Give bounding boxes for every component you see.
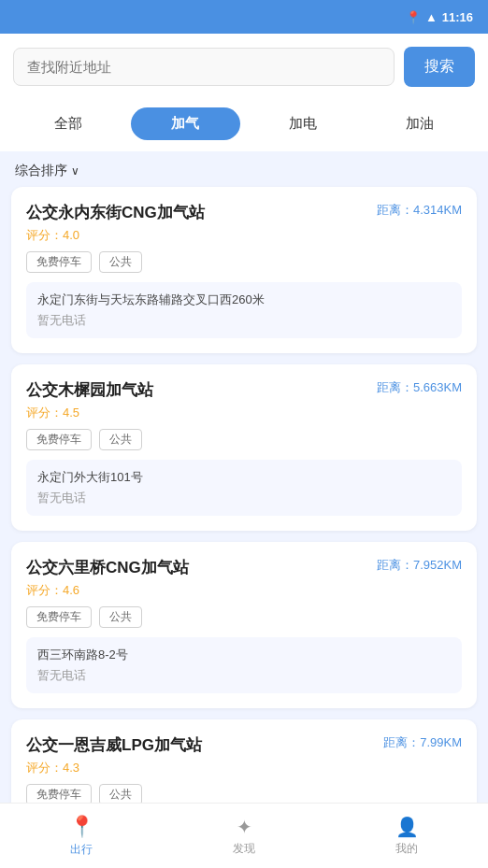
station-rating-2: 评分：4.5 [26,405,462,421]
nav-discover[interactable]: ✦ 发现 [163,804,325,868]
tag-free-parking-2: 免费停车 [26,429,92,450]
station-distance-2: 距离：5.663KM [377,379,462,396]
station-distance-3: 距离：7.952KM [377,557,462,574]
station-distance-4: 距离：7.99KM [383,734,462,751]
nav-profile-label: 我的 [395,841,418,857]
location-icon: 📍 [406,10,421,24]
search-button[interactable]: 搜索 [404,47,475,87]
travel-icon: 📍 [69,815,94,839]
station-tags-1: 免费停车 公共 [26,251,462,273]
nav-travel[interactable]: 📍 出行 [0,804,163,868]
bottom-nav: 📍 出行 ✦ 发现 👤 我的 [0,803,488,868]
station-tags-3: 免费停车 公共 [26,606,462,628]
station-phone-3: 暂无电话 [37,667,451,684]
status-bar: 📍 ▲ 11:16 [0,0,488,34]
nav-travel-label: 出行 [70,842,93,858]
station-phone-2: 暂无电话 [37,490,451,506]
sort-label: 综合排序 [15,163,67,179]
tag-public-2: 公共 [99,429,142,450]
tab-electric[interactable]: 加电 [248,107,358,140]
discover-icon: ✦ [237,816,252,838]
station-name-3: 公交六里桥CNG加气站 [26,557,369,578]
station-name-2: 公交木樨园加气站 [26,379,369,401]
tag-free-parking-1: 免费停车 [26,251,92,273]
status-icons: 📍 ▲ 11:16 [406,10,473,24]
station-info-1: 永定门东街与天坛东路辅路交叉口西260米 暂无电话 [26,282,462,338]
search-input[interactable] [13,48,395,86]
tab-gas[interactable]: 加气 [131,107,241,140]
sort-row[interactable]: 综合排序 ∨ [0,151,488,187]
station-name-1: 公交永内东街CNG加气站 [26,202,369,223]
station-phone-1: 暂无电话 [37,312,451,329]
chevron-down-icon: ∨ [71,164,79,178]
station-list: 公交永内东街CNG加气站 距离：4.314KM 评分：4.0 免费停车 公共 永… [0,187,488,868]
time-display: 11:16 [442,10,473,24]
tag-public-3: 公共 [99,606,142,628]
station-info-3: 西三环南路8-2号 暂无电话 [26,637,462,693]
tab-oil[interactable]: 加油 [366,107,476,140]
station-card-3[interactable]: 公交六里桥CNG加气站 距离：7.952KM 评分：4.6 免费停车 公共 西三… [11,542,477,708]
station-distance-1: 距离：4.314KM [377,202,462,219]
station-address-2: 永定门外大街101号 [37,469,451,486]
tag-free-parking-3: 免费停车 [26,606,92,628]
station-header-2: 公交木樨园加气站 距离：5.663KM [26,379,462,401]
station-tags-2: 免费停车 公共 [26,429,462,450]
tag-public-1: 公共 [99,251,142,273]
station-rating-1: 评分：4.0 [26,227,462,244]
station-card-2[interactable]: 公交木樨园加气站 距离：5.663KM 评分：4.5 免费停车 公共 永定门外大… [11,364,477,531]
station-address-3: 西三环南路8-2号 [37,647,451,663]
nav-profile[interactable]: 👤 我的 [325,804,488,868]
station-card-1[interactable]: 公交永内东街CNG加气站 距离：4.314KM 评分：4.0 免费停车 公共 永… [11,187,477,353]
station-info-2: 永定门外大街101号 暂无电话 [26,460,462,516]
search-bar: 搜索 [0,34,488,100]
tab-all[interactable]: 全部 [13,107,123,140]
wifi-icon: ▲ [425,10,438,24]
station-header-1: 公交永内东街CNG加气站 距离：4.314KM [26,202,462,223]
station-rating-3: 评分：4.6 [26,582,462,599]
station-rating-4: 评分：4.3 [26,760,462,776]
station-header-4: 公交一恩吉威LPG加气站 距离：7.99KM [26,734,462,756]
station-address-1: 永定门东街与天坛东路辅路交叉口西260米 [37,292,451,308]
tab-bar: 全部 加气 加电 加油 [0,100,488,151]
profile-icon: 👤 [395,816,419,838]
nav-discover-label: 发现 [233,841,255,857]
station-header-3: 公交六里桥CNG加气站 距离：7.952KM [26,557,462,578]
station-name-4: 公交一恩吉威LPG加气站 [26,734,376,756]
